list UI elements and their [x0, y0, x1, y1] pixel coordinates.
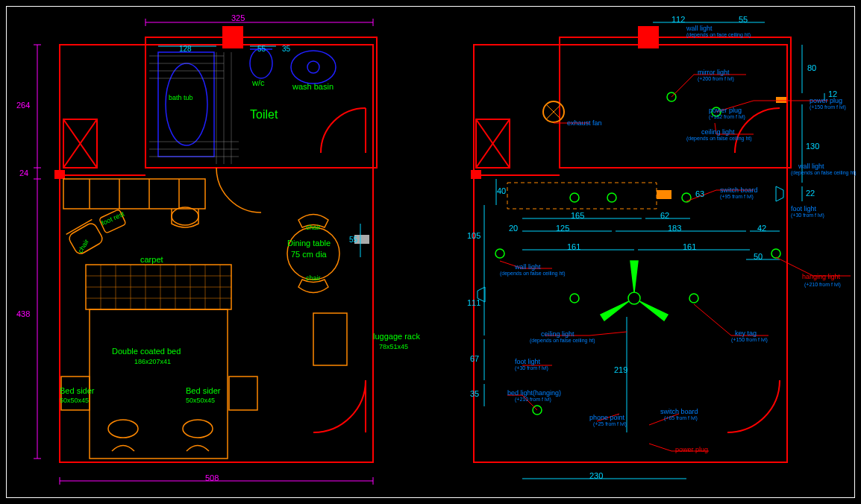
lbl-exhaust: exhaust fan [567, 119, 602, 127]
svg-point-90 [495, 249, 504, 258]
svg-line-133 [589, 332, 627, 336]
svg-point-84 [570, 193, 579, 202]
lbl-mirror-note: (+200 from f lvl) [698, 76, 734, 81]
lbl-wall-light: wall light [686, 25, 713, 32]
lbl-power3: power plug [675, 446, 708, 453]
svg-line-122 [671, 75, 694, 97]
lbl-footlight-note: (+30 from f lvl) [791, 212, 824, 218]
lbl-wall2-note: (depends on false ceiling ht) [791, 170, 857, 175]
dim-l105: 105 [467, 231, 480, 240]
lbl-bedlight: bed light(hanging) [507, 389, 561, 397]
lbl-ceiling-note: (depends on false ceiling ht) [686, 136, 752, 141]
svg-point-85 [607, 193, 616, 202]
dim-42: 42 [757, 224, 766, 233]
dim-l67: 67 [470, 354, 479, 363]
lbl-switch2-note: (+65 from f lvl) [664, 415, 698, 420]
svg-line-131 [694, 304, 731, 336]
lbl-hanging-note: (+210 from f lvl) [804, 282, 841, 287]
lbl-footlight2: foot light [515, 358, 540, 365]
lbl-switch: switch board [720, 186, 758, 194]
dim-r-22: 22 [806, 189, 815, 198]
lbl-bedlight-note: (+210 from f lvl) [515, 397, 551, 402]
dim-62: 62 [660, 211, 669, 220]
dim-20: 20 [509, 224, 518, 233]
lbl-wall3: wall light [515, 263, 541, 271]
lbl-footlight2-note: (+30 from f lvl) [515, 365, 548, 371]
svg-rect-94 [657, 190, 671, 199]
svg-rect-74 [560, 37, 791, 168]
svg-rect-95 [776, 97, 786, 103]
dim-161b: 161 [683, 242, 696, 251]
lbl-footlight: foot light [791, 205, 816, 212]
lbl-ceiling: ceiling light [701, 128, 735, 136]
dim-63: 63 [695, 189, 704, 198]
lbl-switch2: switch board [660, 408, 698, 415]
lbl-power-note: (+182 from f lvl) [709, 114, 745, 119]
dim-l40: 40 [497, 186, 506, 195]
lbl-wall-light-note: (depends on face ceiling ht) [686, 32, 751, 37]
lbl-hanging: hanging light [802, 273, 840, 280]
lbl-ceiling2: ceiling light [541, 330, 574, 338]
dim-r-55: 55 [739, 15, 748, 24]
dim-l35: 35 [470, 389, 479, 398]
lbl-wall3-note: (depends on false ceiling ht) [500, 271, 566, 276]
svg-point-86 [682, 193, 691, 202]
dim-r-130: 130 [806, 142, 819, 151]
svg-point-93 [570, 294, 579, 303]
svg-point-89 [771, 249, 780, 258]
svg-rect-77 [638, 26, 659, 48]
lbl-switch-note: (+95 from f lvl) [720, 194, 754, 199]
dim-230: 230 [589, 471, 603, 480]
svg-line-140 [649, 444, 671, 451]
svg-point-92 [689, 294, 698, 303]
lbl-keytag: key tag [735, 330, 757, 337]
dim-183: 183 [668, 224, 681, 233]
lbl-ceiling2-note: (depends on false ceiling ht) [530, 338, 595, 343]
dim-125: 125 [556, 224, 569, 233]
dim-r-80: 80 [807, 63, 816, 72]
lbl-wall2: wall light [798, 163, 824, 170]
dim-161a: 161 [567, 242, 580, 251]
dim-219: 219 [614, 365, 627, 374]
lbl-phone: phone point [589, 414, 624, 421]
dim-l111: 111 [467, 298, 480, 307]
lbl-mirror: mirror light [698, 69, 730, 76]
dim-r-112: 112 [671, 15, 685, 24]
lbl-power2-note: (+150 from f lvl) [810, 104, 846, 110]
svg-rect-82 [507, 183, 657, 209]
dim-165: 165 [571, 211, 584, 220]
lbl-power2: power plug [810, 97, 842, 104]
svg-point-83 [628, 292, 640, 304]
lbl-power: power plug [709, 107, 742, 114]
lbl-keytag-note: (+150 from f lvl) [731, 337, 768, 342]
dim-50: 50 [754, 252, 763, 261]
lbl-phone-note: (+25 from f lvl) [593, 421, 627, 426]
